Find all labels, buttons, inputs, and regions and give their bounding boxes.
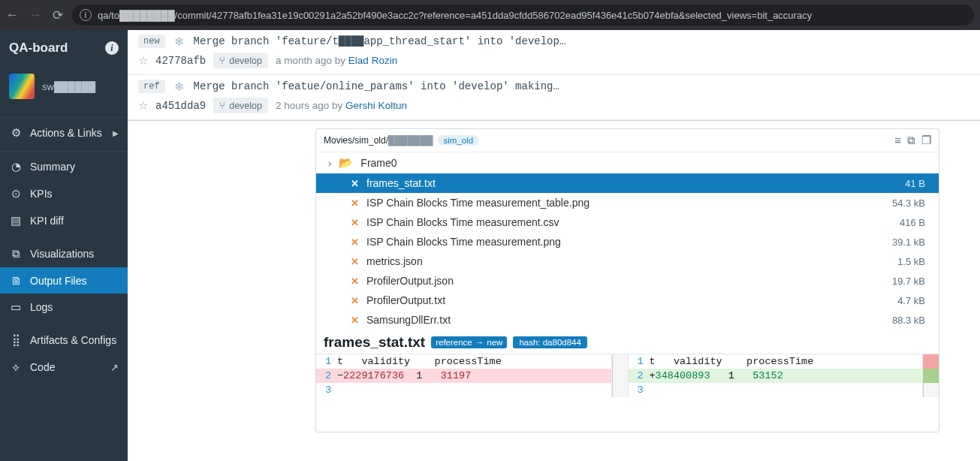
branch-icon: ⑂ <box>219 55 225 66</box>
sidebar-item-artifacts[interactable]: ⣿ Artifacts & Configs <box>0 327 128 354</box>
sidebar-header[interactable]: QA-board i <box>0 30 128 66</box>
tag-new: new <box>138 35 165 48</box>
forward-icon[interactable]: → <box>29 8 42 23</box>
diff-filename: frames_stat.txt <box>324 334 425 351</box>
minimap-right[interactable] <box>922 354 939 397</box>
minimap-left[interactable] <box>611 354 628 397</box>
sidebar-item-output-files[interactable]: 🗎 Output Files <box>0 267 128 294</box>
address-bar[interactable]: i qa/to████████/commit/42778afb1fea31e19… <box>72 5 974 26</box>
site-info-icon[interactable]: i <box>80 9 92 21</box>
diff-left[interactable]: 1t validity processTime 2−2229176736 1 3… <box>316 354 628 397</box>
back-icon[interactable]: ← <box>6 8 19 23</box>
commit-timeago: a month ago by Elad Rozin <box>276 55 397 66</box>
sidebar-item-visualizations[interactable]: ⧉ Visualizations <box>0 240 128 267</box>
file-icon: 🗎 <box>9 274 23 287</box>
sidebar-item-label: Code <box>30 361 55 373</box>
sidebar-item-label: Visualizations <box>30 248 94 260</box>
diff-viewer: 1t validity processTime 2−2229176736 1 3… <box>316 354 939 397</box>
list-icon[interactable]: ≡ <box>894 134 901 147</box>
file-row[interactable]: ✕ISP Chain Blocks Time measurement_table… <box>316 193 939 212</box>
summary-icon: ◔ <box>9 160 23 173</box>
logs-icon: ▭ <box>9 300 23 314</box>
diff-header: frames_stat.txt reference → new hash: da… <box>316 330 939 354</box>
browser-nav: ← → ⟳ <box>6 8 63 23</box>
sidebar-item-code[interactable]: ⟡ Code ↗ <box>0 354 128 381</box>
brand-title: QA-board <box>9 41 68 56</box>
branch-tag[interactable]: ⑂ develop <box>213 53 268 68</box>
file-name: SamsungDllErr.txt <box>366 314 885 326</box>
author-link[interactable]: Gershi Koltun <box>345 100 407 111</box>
open-new-icon[interactable]: ⧉ <box>907 134 915 147</box>
file-status-icon: ✕ <box>351 256 359 267</box>
panel-tools: ≡ ⧉ ❐ <box>894 134 931 147</box>
sidebar-item-kpis[interactable]: ⊙ KPIs <box>0 180 128 207</box>
info-icon[interactable]: i <box>105 41 119 55</box>
branch-name: develop <box>229 56 262 66</box>
branch-icon: ⑂ <box>219 100 225 111</box>
star-icon[interactable]: ☆ <box>138 54 148 68</box>
folder-icon: 📂 <box>339 156 353 170</box>
file-status-icon: ✕ <box>351 295 359 306</box>
sidebar-item-kpi-diff[interactable]: ▤ KPI diff <box>0 207 128 234</box>
commit-fingerprint-icon: ❄ <box>173 80 186 93</box>
folder-name: Frame0 <box>360 157 397 169</box>
file-row[interactable]: ✕frames_stat.txt41 B <box>316 173 939 193</box>
reload-icon[interactable]: ⟳ <box>53 8 63 23</box>
breadcrumb[interactable]: Movies/sim_old/███████ <box>324 135 433 146</box>
code-icon: ⟡ <box>9 360 23 374</box>
file-status-icon: ✕ <box>351 197 359 209</box>
sidebar: QA-board i sw██████ ⚙ Actions & Links ▶ … <box>0 30 128 461</box>
commit-ref: ref ❄ Merge branch 'featue/online_params… <box>128 75 980 120</box>
file-size: 416 B <box>900 217 928 228</box>
ref-to-new-badge: reference → new <box>431 336 507 348</box>
external-link-icon: ↗ <box>110 362 119 373</box>
sidebar-item-summary[interactable]: ◔ Summary <box>0 151 128 180</box>
main-content: new ❄ Merge branch 'feature/t████app_thr… <box>128 30 980 461</box>
file-size: 19.7 kB <box>892 276 928 287</box>
folder-row[interactable]: › 📂 Frame0 <box>316 152 939 173</box>
browser-chrome: ← → ⟳ i qa/to████████/commit/42778afb1fe… <box>0 0 980 30</box>
sidebar-item-logs[interactable]: ▭ Logs <box>0 294 128 321</box>
file-row[interactable]: ✕ISP Chain Blocks Time measurement.png39… <box>316 232 939 252</box>
file-name: ProfilerOutput.txt <box>366 294 890 306</box>
copy-icon[interactable]: ❐ <box>921 134 931 147</box>
file-row[interactable]: ✕metrics.json1.5 kB <box>316 252 939 271</box>
url-text: qa/to████████/commit/42778afb1fea31e19c0… <box>98 10 812 21</box>
tag-ref: ref <box>138 80 165 93</box>
file-row[interactable]: ✕SamsungDllErr.txt88.3 kB <box>316 310 939 330</box>
sliders-icon: ⣿ <box>9 333 23 347</box>
file-name: metrics.json <box>366 255 890 267</box>
file-row[interactable]: ✕ISP Chain Blocks Time measurement.csv41… <box>316 212 939 232</box>
file-status-icon: ✕ <box>351 276 359 287</box>
sidebar-item-label: Actions & Links <box>30 127 102 139</box>
commit-message: Merge branch 'featue/online_params' into… <box>194 80 559 92</box>
commit-sha[interactable]: a451dda9 <box>155 100 206 112</box>
project-selector[interactable]: sw██████ <box>0 66 128 113</box>
commit-new: new ❄ Merge branch 'feature/t████app_thr… <box>128 30 980 75</box>
commit-message: Merge branch 'feature/t████app_thread_st… <box>194 35 566 47</box>
commit-fingerprint-icon: ❄ <box>173 35 186 48</box>
star-icon[interactable]: ☆ <box>138 99 148 113</box>
file-row[interactable]: ✕ProfilerOutput.json19.7 kB <box>316 271 939 291</box>
author-link[interactable]: Elad Rozin <box>348 55 397 66</box>
sidebar-item-label: Logs <box>30 301 53 313</box>
file-name: frames_stat.txt <box>366 177 897 189</box>
project-name: sw██████ <box>42 81 95 92</box>
config-chip[interactable]: sim_old <box>438 135 480 146</box>
file-status-icon: ✕ <box>351 315 359 326</box>
file-row[interactable]: ✕ProfilerOutput.txt4.7 kB <box>316 291 939 310</box>
chart-icon: ⧉ <box>9 247 23 261</box>
diff-right[interactable]: 1t validity processTime 2+348400893 1 53… <box>628 354 939 397</box>
branch-tag[interactable]: ⑂ develop <box>213 98 268 113</box>
file-name: ISP Chain Blocks Time measurement.png <box>366 236 885 248</box>
file-size: 4.7 kB <box>897 295 928 306</box>
file-name: ISP Chain Blocks Time measurement_table.… <box>366 197 885 209</box>
sidebar-item-label: Summary <box>30 161 75 173</box>
branch-name: develop <box>229 101 262 111</box>
commit-timeago: 2 hours ago by Gershi Koltun <box>276 100 407 111</box>
sidebar-item-actions-links[interactable]: ⚙ Actions & Links ▶ <box>0 117 128 146</box>
chevron-right-icon: › <box>328 158 331 169</box>
file-comparator-panel: Movies/sim_old/███████ sim_old ≡ ⧉ ❐ › 📂… <box>315 128 939 432</box>
file-name: ISP Chain Blocks Time measurement.csv <box>366 216 892 228</box>
commit-sha[interactable]: 42778afb <box>155 55 206 67</box>
